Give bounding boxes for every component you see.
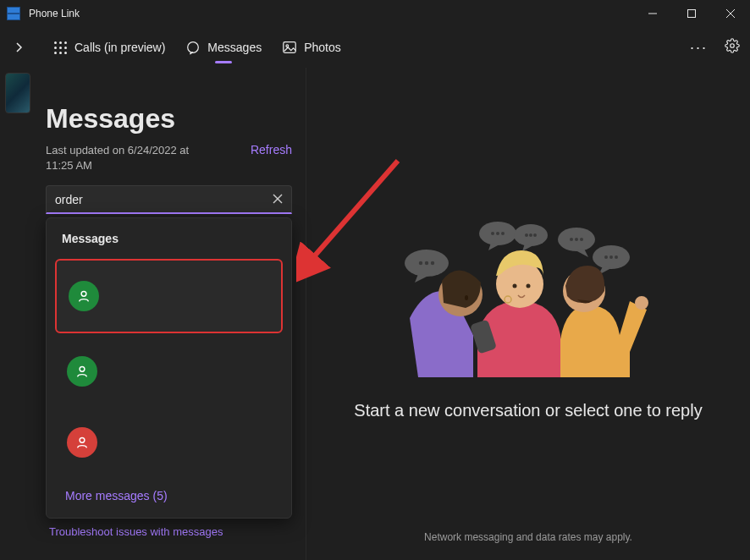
dropdown-header: Messages [47, 227, 291, 254]
person-icon [76, 288, 91, 304]
svg-point-4 [188, 42, 199, 53]
svg-point-12 [80, 438, 85, 443]
svg-point-41 [635, 296, 648, 310]
nav-expand-chevron[interactable] [10, 41, 27, 53]
svg-point-34 [465, 295, 468, 300]
svg-point-32 [615, 255, 618, 259]
navbar: Calls (in preview) Messages Photos ··· [0, 27, 750, 68]
svg-point-23 [529, 233, 532, 237]
empty-state-headline: Start a new conversation or select one t… [354, 401, 702, 420]
svg-point-18 [491, 232, 494, 235]
svg-point-22 [525, 233, 528, 237]
nav-messages-label: Messages [207, 41, 262, 54]
search-results-dropdown: Messages More messages (5) [46, 217, 292, 519]
more-messages-link[interactable]: More messages (5) [47, 480, 291, 506]
svg-point-28 [580, 238, 583, 241]
more-menu-button[interactable]: ··· [690, 39, 708, 57]
svg-point-14 [419, 261, 422, 264]
svg-point-16 [431, 261, 434, 264]
content: Messages Last updated on 6/24/2022 at 11… [0, 68, 750, 560]
nav-calls[interactable]: Calls (in preview) [51, 35, 167, 60]
network-disclaimer: Network messaging and data rates may app… [424, 531, 632, 543]
svg-point-11 [80, 367, 85, 372]
avatar [69, 281, 99, 311]
conversation-illustration [393, 208, 664, 377]
nav-photos[interactable]: Photos [280, 35, 343, 60]
person-icon [74, 364, 90, 379]
svg-point-6 [286, 45, 289, 47]
svg-rect-1 [688, 10, 696, 18]
svg-point-30 [604, 255, 608, 259]
panel-title: Messages [46, 103, 292, 135]
svg-rect-5 [284, 42, 295, 53]
photo-icon [282, 40, 297, 55]
conversation-panel: Start a new conversation or select one t… [306, 68, 750, 560]
settings-button[interactable] [725, 38, 740, 57]
chevron-right-icon [14, 41, 23, 53]
refresh-button[interactable]: Refresh [251, 143, 292, 156]
last-updated-text: Last updated on 6/24/2022 at 11:25 AM [46, 143, 207, 173]
search-result-item[interactable] [55, 409, 283, 475]
svg-point-15 [425, 261, 428, 264]
search-box[interactable] [46, 185, 292, 214]
svg-point-36 [513, 283, 517, 288]
avatar [67, 427, 97, 458]
search-input[interactable] [55, 193, 273, 206]
messages-panel: Messages Last updated on 6/24/2022 at 11… [36, 68, 306, 560]
troubleshoot-link[interactable]: Troubleshoot issues with messages [46, 525, 292, 538]
close-button[interactable] [711, 0, 750, 27]
svg-point-24 [533, 233, 537, 237]
nav-calls-label: Calls (in preview) [74, 41, 165, 54]
svg-point-31 [609, 255, 613, 259]
titlebar: Phone Link [0, 0, 750, 27]
maximize-button[interactable] [672, 0, 711, 27]
nav-messages[interactable]: Messages [184, 35, 263, 60]
app-icon [7, 7, 20, 20]
nav-photos-label: Photos [304, 41, 341, 54]
person-icon [74, 435, 90, 450]
chat-icon [185, 40, 201, 55]
phone-thumbnail[interactable] [5, 73, 30, 113]
svg-point-26 [570, 238, 573, 241]
svg-point-37 [527, 283, 531, 288]
dialpad-icon [52, 40, 68, 55]
gear-icon [725, 38, 740, 53]
svg-point-10 [81, 292, 86, 297]
minimize-button[interactable] [633, 0, 672, 27]
avatar [67, 356, 97, 387]
svg-point-20 [501, 232, 505, 235]
close-icon [273, 194, 283, 204]
svg-point-27 [575, 238, 578, 241]
clear-search-button[interactable] [273, 193, 283, 206]
svg-point-19 [496, 232, 499, 235]
search-result-item[interactable] [55, 259, 283, 333]
device-strip [0, 68, 36, 560]
svg-point-7 [731, 44, 735, 48]
app-title: Phone Link [29, 8, 80, 19]
search-result-item[interactable] [55, 338, 283, 404]
